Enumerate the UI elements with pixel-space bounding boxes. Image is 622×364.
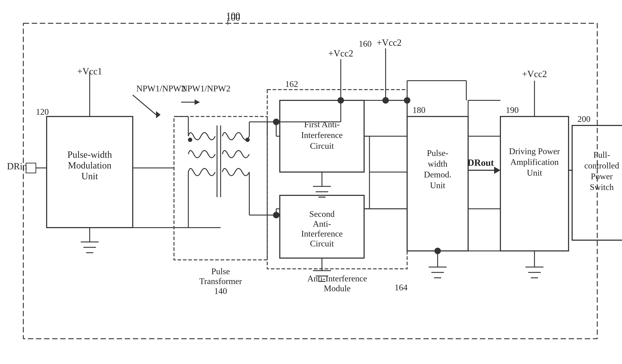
label-drin: DRin: [7, 161, 27, 171]
label-sai-2: Anti-: [313, 219, 331, 229]
label-dpau-3: Unit: [527, 168, 542, 177]
label-100-main: 100: [226, 11, 240, 21]
svg-point-20: [245, 138, 250, 142]
label-vcc2-left: +Vcc2: [328, 48, 353, 58]
svg-rect-0: [0, 0, 622, 364]
svg-point-17: [188, 138, 192, 142]
label-190: 190: [506, 105, 519, 115]
label-140: 140: [214, 286, 227, 296]
label-pwm-1: Pulse-width: [67, 149, 112, 160]
label-fps-2: controlled: [584, 161, 619, 170]
label-dpau-1: Driving Power: [509, 146, 560, 156]
label-aim-1: Anti-Interference: [307, 274, 367, 283]
label-pt-2: Transformer: [199, 276, 242, 286]
label-fps-4: Switch: [590, 182, 614, 192]
label-sai-1: Second: [309, 209, 334, 219]
label-fps-1: Full-: [593, 150, 610, 160]
label-162: 162: [285, 79, 298, 89]
label-sai-3: Interference: [301, 229, 343, 238]
label-fai-3: Circuit: [310, 141, 334, 150]
label-sai-4: Circuit: [310, 239, 334, 248]
label-pwdu-3: Demod.: [424, 170, 451, 179]
label-pt-1: Pulse: [211, 267, 230, 276]
label-164: 164: [395, 283, 408, 292]
label-fai-2: Interference: [301, 130, 343, 140]
label-120: 120: [36, 107, 49, 116]
label-pwdu-2: width: [428, 159, 447, 168]
label-200: 200: [578, 114, 590, 124]
label-pwdu-1: Pulse-: [427, 148, 448, 158]
label-vcc2-right: +Vcc2: [522, 69, 547, 79]
label-pwdu-4: Unit: [430, 181, 445, 190]
label-aim-2: Module: [324, 284, 350, 293]
label-pwm-2: Modulation: [68, 160, 112, 170]
label-fai-1: First Anti-: [304, 120, 340, 129]
label-160: 160: [359, 39, 372, 48]
label-vcc2-top: +Vcc2: [377, 37, 402, 48]
label-180: 180: [412, 105, 426, 115]
label-npw1: NPW1/NPW2: [136, 84, 186, 93]
label-drout: DRout: [467, 158, 494, 168]
label-dpau-2: Amplification: [510, 157, 559, 167]
label-pwm-3: Unit: [81, 171, 98, 181]
label-fps-3: Power: [591, 171, 613, 181]
diagram-container: 100 DRin Pulse-width Modulation Unit 120…: [0, 0, 622, 364]
label-npw2: NPW1/NPW2: [181, 84, 231, 93]
